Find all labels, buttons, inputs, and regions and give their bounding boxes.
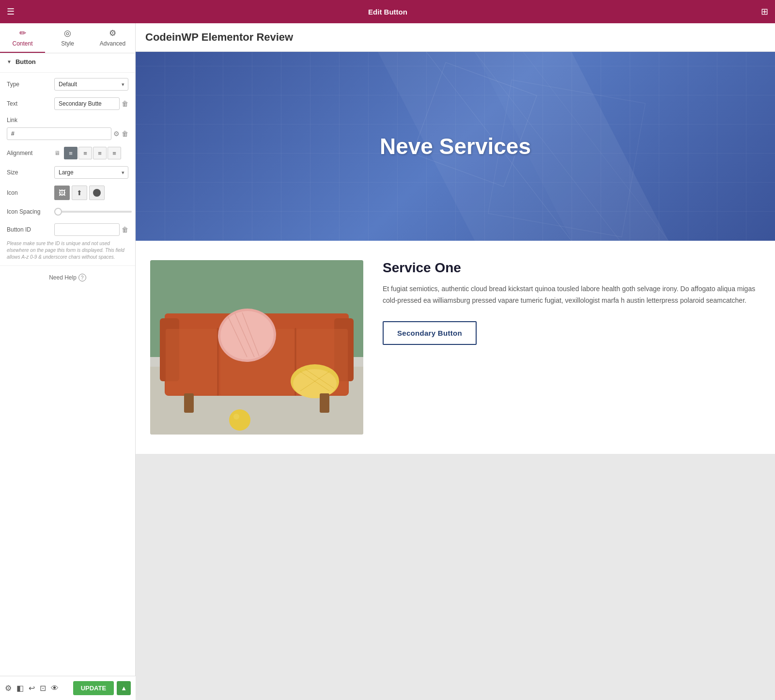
- grid-icon[interactable]: ⊞: [761, 6, 768, 17]
- alignment-row: Alignment 🖥 ≡ ≡ ≡ ≡: [0, 143, 135, 163]
- divider: [0, 72, 135, 73]
- service-section: Service One Et fugiat semiotics, authent…: [136, 241, 775, 454]
- icon-spacing-label: Icon Spacing: [7, 208, 50, 215]
- button-id-row: Button ID 🗑: [0, 220, 135, 239]
- advanced-tab-icon: ⚙: [109, 28, 116, 38]
- svg-rect-16: [166, 329, 217, 395]
- left-panel: ✏ Content ◎ Style ⚙ Advanced ▼ Button: [0, 23, 136, 700]
- align-center-button[interactable]: ≡: [78, 147, 92, 159]
- section-title: Button: [16, 58, 36, 65]
- link-row: Link ⚙ 🗑: [0, 113, 135, 143]
- couch-image: [150, 260, 363, 435]
- link-input[interactable]: [7, 127, 111, 140]
- size-row: Size Small Medium Large Extra Large: [0, 163, 135, 182]
- update-button[interactable]: UPDATE: [73, 681, 114, 695]
- button-id-delete-icon[interactable]: 🗑: [122, 226, 128, 233]
- align-right-button[interactable]: ≡: [93, 147, 107, 159]
- link-input-wrap: ⚙ 🗑: [7, 127, 128, 140]
- panel-scroll: ▼ Button Type Default Info Success Warn: [0, 53, 135, 676]
- link-settings-icon[interactable]: ⚙: [113, 130, 120, 138]
- help-icon: ?: [78, 274, 86, 281]
- size-select-wrapper: Small Medium Large Extra Large: [54, 166, 128, 179]
- tab-content-label: Content: [12, 40, 32, 47]
- size-label: Size: [7, 169, 50, 176]
- type-select[interactable]: Default Info Success Warning Danger: [54, 78, 128, 91]
- icon-btn-upload[interactable]: ⬆: [72, 186, 87, 200]
- size-select[interactable]: Small Medium Large Extra Large: [54, 166, 128, 179]
- svg-rect-29: [184, 393, 194, 413]
- svg-rect-30: [320, 393, 329, 413]
- service-title: Service One: [383, 260, 760, 276]
- tabs-bar: ✏ Content ◎ Style ⚙ Advanced: [0, 23, 135, 53]
- bottom-icons: ⚙ ◧ ↩ ⊡ 👁: [5, 684, 59, 693]
- link-delete-icon[interactable]: 🗑: [122, 130, 128, 138]
- hero-title: Neve Services: [380, 133, 531, 159]
- tab-style-label: Style: [61, 40, 74, 47]
- svg-point-25: [293, 369, 337, 398]
- settings-bottom-icon[interactable]: ⚙: [5, 684, 12, 693]
- top-bar: ☰ Edit Button ⊞: [0, 0, 775, 23]
- size-control: Small Medium Large Extra Large: [54, 166, 128, 179]
- service-text: Service One Et fugiat semiotics, authent…: [383, 260, 760, 345]
- hero-section: Neve Services: [136, 52, 775, 241]
- icon-row: Icon 🖼 ⬆: [0, 182, 135, 203]
- text-delete-icon[interactable]: 🗑: [122, 100, 128, 108]
- tab-advanced-label: Advanced: [100, 40, 125, 47]
- type-control: Default Info Success Warning Danger: [54, 78, 128, 91]
- icon-spacing-control: [54, 207, 135, 217]
- alignment-control: 🖥 ≡ ≡ ≡ ≡: [54, 147, 128, 159]
- alignment-monitor-icon: 🖥: [54, 150, 60, 156]
- icon-control: 🖼 ⬆: [54, 186, 128, 200]
- type-label: Type: [7, 81, 50, 88]
- bottom-right: UPDATE ▲: [73, 681, 131, 695]
- secondary-button[interactable]: Secondary Button: [383, 321, 477, 345]
- responsive-bottom-icon[interactable]: ⊡: [40, 684, 46, 693]
- icon-spacing-slider[interactable]: [54, 211, 132, 213]
- right-content: ‹ CodeinWP Elementor Review Nev: [136, 23, 775, 700]
- couch-svg: [150, 260, 363, 435]
- preview-bottom-icon[interactable]: 👁: [51, 684, 59, 693]
- type-row: Type Default Info Success Warning Danger: [0, 75, 135, 94]
- button-id-hint: Please make sure the ID is unique and no…: [0, 239, 135, 265]
- align-left-button[interactable]: ≡: [64, 147, 78, 159]
- history-bottom-icon[interactable]: ↩: [29, 684, 35, 693]
- tab-style[interactable]: ◎ Style: [45, 23, 90, 53]
- page-title: CodeinWP Elementor Review: [145, 31, 293, 43]
- page-title-bar: CodeinWP Elementor Review: [136, 23, 775, 52]
- icon-circle-shape: [93, 189, 101, 197]
- section-arrow-icon: ▼: [7, 59, 12, 64]
- svg-point-32: [233, 414, 239, 420]
- text-row: Text 🗑: [0, 94, 135, 113]
- layers-bottom-icon[interactable]: ◧: [16, 684, 24, 693]
- alignment-label: Alignment: [7, 150, 50, 156]
- svg-point-31: [229, 409, 250, 431]
- main-layout: ✏ Content ◎ Style ⚙ Advanced ▼ Button: [0, 23, 775, 700]
- tab-advanced[interactable]: ⚙ Advanced: [90, 23, 135, 53]
- tab-content[interactable]: ✏ Content: [0, 23, 45, 53]
- text-input[interactable]: [54, 97, 120, 110]
- need-help-link[interactable]: Need Help ?: [49, 274, 86, 281]
- style-tab-icon: ◎: [64, 28, 71, 38]
- button-id-control: 🗑: [54, 223, 128, 236]
- icon-btn-circle[interactable]: [89, 186, 105, 200]
- type-select-wrapper: Default Info Success Warning Danger: [54, 78, 128, 91]
- section-header-button[interactable]: ▼ Button: [0, 53, 135, 70]
- need-help-label: Need Help: [49, 274, 77, 281]
- top-bar-title: Edit Button: [368, 8, 407, 16]
- icon-btn-image[interactable]: 🖼: [54, 186, 70, 200]
- align-buttons: ≡ ≡ ≡ ≡: [64, 147, 121, 159]
- service-desc: Et fugiat semiotics, authentic cloud bre…: [383, 283, 760, 307]
- bottom-toolbar: ⚙ ◧ ↩ ⊡ 👁 UPDATE ▲: [0, 676, 136, 700]
- icon-spacing-row: Icon Spacing: [0, 203, 135, 220]
- button-id-label: Button ID: [7, 226, 50, 233]
- button-id-input[interactable]: [54, 223, 120, 236]
- slider-wrap: [54, 207, 135, 217]
- link-label: Link: [7, 117, 50, 124]
- icon-label: Icon: [7, 189, 50, 196]
- text-label: Text: [7, 100, 50, 107]
- hamburger-icon[interactable]: ☰: [7, 6, 15, 17]
- align-justify-button[interactable]: ≡: [108, 147, 121, 159]
- text-control: 🗑: [54, 97, 128, 110]
- update-arrow-button[interactable]: ▲: [117, 681, 131, 695]
- need-help-section: Need Help ?: [0, 265, 135, 289]
